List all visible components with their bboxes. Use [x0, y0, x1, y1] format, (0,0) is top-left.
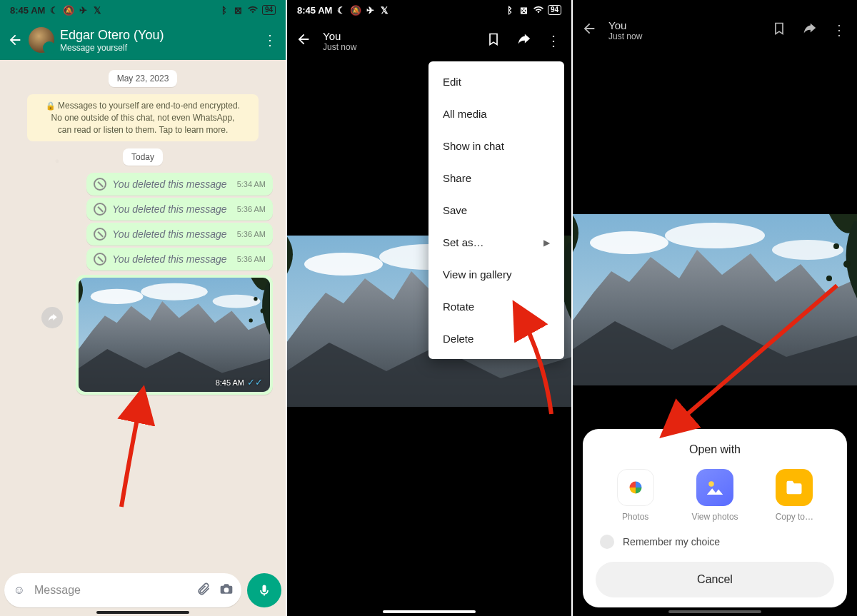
more-icon[interactable]: ⋮: [261, 31, 279, 49]
no-sim-icon: ⊠: [519, 5, 529, 15]
context-menu: Edit All media Show in chat Share Save S…: [428, 61, 564, 359]
image-time: 8:45 AM: [216, 378, 244, 387]
message-input[interactable]: ☺ Message: [4, 573, 241, 607]
bluetooth-icon: ᛒ: [505, 5, 515, 15]
status-time: 8:45 AM: [10, 5, 45, 16]
app-option-copy[interactable]: Copy to…: [762, 469, 826, 522]
sheet-title: Open with: [596, 443, 834, 456]
menu-edit[interactable]: Edit: [428, 66, 564, 98]
cancel-button[interactable]: Cancel: [596, 562, 834, 597]
moon-icon: ☾: [49, 5, 59, 15]
telegram-icon: ✈: [365, 5, 375, 15]
moon-icon: ☾: [336, 5, 346, 15]
back-icon[interactable]: [296, 31, 311, 50]
mic-button[interactable]: [247, 573, 281, 607]
menu-view-gallery[interactable]: View in gallery: [428, 258, 564, 291]
image-message[interactable]: 8:45 AM ✓✓: [76, 275, 273, 395]
gallery-app-icon: [696, 469, 733, 506]
deleted-message[interactable]: You deleted this message 5:34 AM: [86, 173, 273, 196]
back-icon[interactable]: [7, 32, 23, 48]
status-time: 8:45 AM: [297, 5, 332, 16]
menu-all-media[interactable]: All media: [428, 98, 564, 130]
avatar[interactable]: [29, 27, 54, 53]
deleted-icon: [94, 178, 106, 191]
svg-point-7: [708, 481, 714, 487]
date-chip: May 23, 2023: [109, 70, 178, 87]
menu-save[interactable]: Save: [428, 194, 564, 226]
status-bar: 8:45 AM ☾ 🔕 ✈ 𝕏 ᛒ ⊠ 94: [287, 0, 571, 20]
radio-icon[interactable]: [600, 535, 614, 549]
menu-share[interactable]: Share: [428, 162, 564, 194]
forward-icon[interactable]: [514, 31, 533, 51]
home-indicator: [668, 610, 761, 613]
no-sim-icon: ⊠: [234, 5, 244, 15]
input-placeholder: Message: [34, 584, 189, 597]
more-icon[interactable]: ⋮: [544, 32, 563, 49]
camera-icon[interactable]: [219, 582, 234, 599]
today-chip: Today: [123, 148, 163, 166]
menu-rotate[interactable]: Rotate: [428, 291, 564, 323]
forward-button[interactable]: [41, 307, 63, 328]
mute-icon: 🔕: [351, 5, 361, 15]
deleted-message[interactable]: You deleted this message 5:36 AM: [86, 198, 273, 221]
back-icon[interactable]: [581, 21, 597, 39]
attach-icon[interactable]: [196, 582, 211, 599]
bluetooth-icon: ᛒ: [219, 5, 229, 15]
menu-show-in-chat[interactable]: Show in chat: [428, 130, 564, 162]
battery-icon: 94: [262, 5, 276, 15]
read-ticks-icon: ✓✓: [247, 377, 263, 388]
chat-subtitle: Message yourself: [60, 43, 256, 53]
panel-open-with-sheet: You Just now ⋮ Open with: [571, 0, 857, 616]
input-bar: ☺ Message: [4, 572, 281, 609]
media-header: You Just now ⋮: [573, 0, 857, 50]
app-option-photos[interactable]: Photos: [603, 469, 668, 522]
more-icon[interactable]: ⋮: [830, 21, 848, 39]
status-bar: 8:45 AM ☾ 🔕 ✈ 𝕏 ᛒ ⊠ 94: [0, 0, 286, 20]
deleted-icon: [94, 253, 106, 266]
deleted-message[interactable]: You deleted this message 5:36 AM: [86, 248, 273, 271]
wifi-icon: [533, 5, 543, 15]
app-option-view-photos[interactable]: View photos: [683, 469, 747, 522]
mute-icon: 🔕: [64, 5, 74, 15]
home-indicator: [383, 610, 476, 613]
panel-media-viewer-menu: 8:45 AM ☾ 🔕 ✈ 𝕏 ᛒ ⊠ 94 You Just now: [286, 0, 571, 616]
home-indicator: [96, 611, 189, 614]
media-title: You: [323, 30, 473, 42]
bookmark-icon[interactable]: [484, 32, 503, 50]
menu-delete[interactable]: Delete: [428, 323, 564, 355]
chat-title: Edgar Otero (You): [60, 28, 256, 43]
lock-icon: 🔒: [46, 101, 56, 110]
bookmark-icon[interactable]: [770, 21, 788, 39]
chat-title-area[interactable]: Edgar Otero (You) Message yourself: [60, 28, 256, 53]
wifi-icon: [248, 5, 258, 15]
panel-whatsapp-chat: 8:45 AM ☾ 🔕 ✈ 𝕏 ᛒ ⊠ 94 Edgar Otero (: [0, 0, 286, 616]
open-with-sheet: Open with Photos: [583, 429, 847, 607]
emoji-icon[interactable]: ☺: [11, 584, 27, 597]
chevron-right-icon: ▶: [543, 238, 550, 248]
deleted-icon: [94, 228, 106, 241]
media-subtitle: Just now: [608, 31, 758, 41]
menu-set-as[interactable]: Set as…▶: [428, 226, 564, 258]
encryption-notice[interactable]: 🔒Messages to yourself are end-to-end enc…: [27, 94, 259, 141]
deleted-message[interactable]: You deleted this message 5:36 AM: [86, 223, 273, 246]
forward-icon[interactable]: [800, 21, 818, 40]
google-photos-icon: [617, 469, 654, 506]
telegram-icon: ✈: [78, 5, 88, 15]
media-image[interactable]: [573, 214, 857, 385]
x-icon: 𝕏: [92, 5, 102, 15]
battery-icon: 94: [548, 5, 561, 15]
files-app-icon: [776, 469, 813, 506]
remember-choice[interactable]: Remember my choice: [600, 535, 830, 549]
deleted-icon: [94, 203, 106, 216]
x-icon: 𝕏: [379, 5, 389, 15]
media-subtitle: Just now: [323, 42, 473, 52]
media-title: You: [608, 19, 758, 31]
